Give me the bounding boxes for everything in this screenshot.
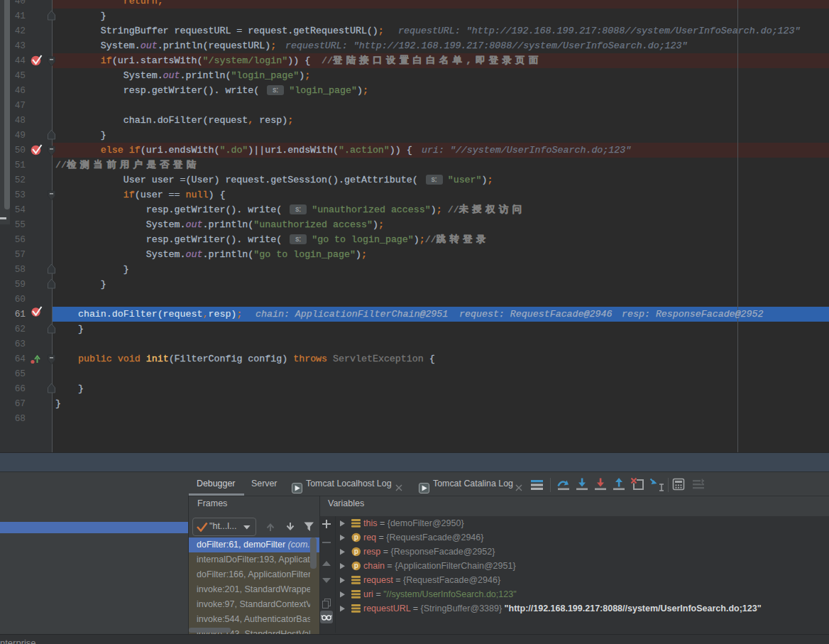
svg-text:p: p	[354, 533, 358, 541]
svg-text:p: p	[354, 562, 358, 569]
svg-text:p: p	[354, 547, 358, 555]
